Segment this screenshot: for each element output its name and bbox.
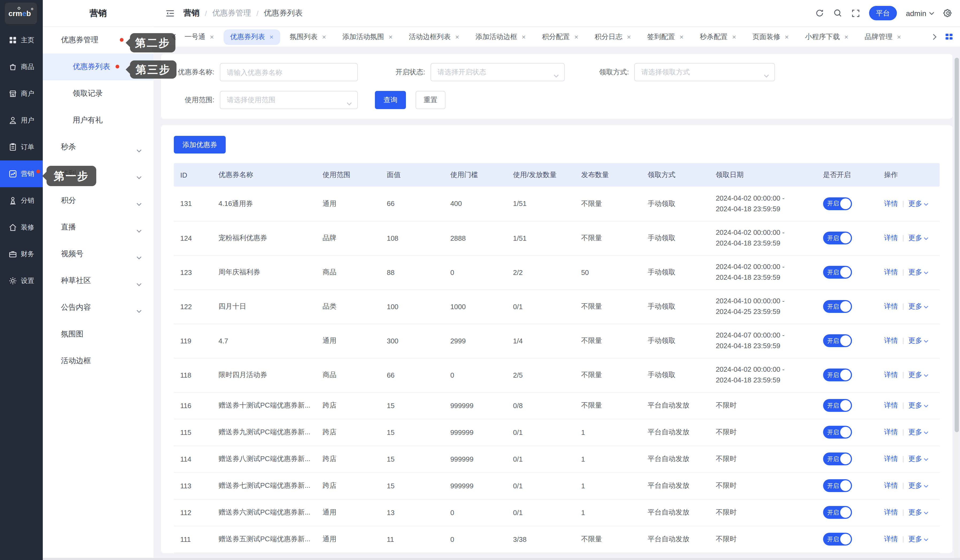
tab-close-icon[interactable]: ✕ — [388, 34, 393, 40]
enable-toggle[interactable]: 开启 — [823, 334, 852, 347]
submenu-atmosphere[interactable]: 氛围图 — [43, 321, 154, 348]
more-link[interactable]: 更多 — [909, 428, 922, 436]
breadcrumb-coupon-list[interactable]: 优惠券列表 — [264, 8, 303, 18]
detail-link[interactable]: 详情 — [884, 200, 898, 208]
enable-toggle[interactable]: 开启 — [823, 197, 852, 210]
tab[interactable]: 优惠券列表 ✕ — [224, 29, 280, 45]
sidebar-item-decoration[interactable]: 装修 — [0, 214, 43, 241]
sidebar-item-home[interactable]: 主页 — [0, 27, 43, 53]
tab[interactable]: 积分配置 ✕ — [536, 27, 585, 47]
status-select[interactable]: 请选择开启状态 — [430, 63, 565, 81]
tab[interactable]: 品牌管理 ✕ — [858, 27, 907, 47]
reset-button[interactable]: 重置 — [416, 91, 445, 109]
tab[interactable]: 积分日志 ✕ — [588, 27, 637, 47]
enable-toggle[interactable]: 开启 — [823, 368, 852, 381]
platform-badge[interactable]: 平台 — [869, 6, 897, 20]
submenu-seckill[interactable]: 秒杀 — [43, 134, 154, 160]
submenu-points[interactable]: 积分 — [43, 187, 154, 214]
more-link[interactable]: 更多 — [909, 268, 922, 276]
submenu-notice[interactable]: 公告内容 — [43, 294, 154, 321]
more-link[interactable]: 更多 — [909, 336, 922, 344]
sidebar-item-order[interactable]: 订单 — [0, 134, 43, 160]
tab-close-icon[interactable]: ✕ — [627, 34, 631, 40]
sidebar-collapse-icon[interactable] — [165, 10, 175, 17]
detail-link[interactable]: 详情 — [884, 371, 898, 379]
user-menu[interactable]: admin — [906, 9, 934, 18]
tab[interactable]: 秒杀配置 ✕ — [693, 27, 743, 47]
detail-link[interactable]: 详情 — [884, 336, 898, 344]
sidebar-item-goods[interactable]: 商品 — [0, 53, 43, 80]
detail-link[interactable]: 详情 — [884, 535, 898, 543]
enable-toggle[interactable]: 开启 — [823, 533, 852, 546]
tab-close-icon[interactable]: ✕ — [574, 34, 579, 40]
more-link[interactable]: 更多 — [909, 371, 922, 379]
tab-close-icon[interactable]: ✕ — [210, 34, 214, 40]
more-link[interactable]: 更多 — [909, 200, 922, 208]
more-link[interactable]: 更多 — [909, 482, 922, 490]
tab[interactable]: 氛围列表 ✕ — [283, 27, 333, 47]
enable-toggle[interactable]: 开启 — [823, 399, 852, 412]
more-link[interactable]: 更多 — [909, 454, 922, 462]
enable-toggle[interactable]: 开启 — [823, 479, 852, 492]
detail-link[interactable]: 详情 — [884, 234, 898, 242]
refresh-icon[interactable] — [815, 8, 824, 18]
detail-link[interactable]: 详情 — [884, 482, 898, 490]
tab[interactable]: 添加活动氛围 ✕ — [336, 27, 399, 47]
enable-toggle[interactable]: 开启 — [823, 453, 852, 465]
tab[interactable]: 签到配置 ✕ — [641, 27, 690, 47]
detail-link[interactable]: 详情 — [884, 428, 898, 436]
receive-method-select[interactable]: 请选择领取方式 — [634, 63, 775, 81]
tab-close-icon[interactable]: ✕ — [785, 34, 789, 40]
tab-close-icon[interactable]: ✕ — [844, 34, 849, 40]
breadcrumb-marketing[interactable]: 营销 — [184, 8, 200, 18]
more-link[interactable]: 更多 — [909, 302, 922, 310]
scrollbar-thumb[interactable] — [955, 58, 959, 432]
logo[interactable]: crmeb® — [5, 3, 37, 24]
sidebar-item-merchant[interactable]: 商户 — [0, 80, 43, 107]
tab-close-icon[interactable]: ✕ — [897, 34, 901, 40]
sidebar-item-distribution[interactable]: 分销 — [0, 187, 43, 214]
search-icon[interactable] — [833, 8, 842, 18]
tab-close-icon[interactable]: ✕ — [269, 34, 274, 40]
sidebar-item-user[interactable]: 用户 — [0, 107, 43, 134]
search-button[interactable]: 查询 — [375, 91, 406, 109]
more-link[interactable]: 更多 — [909, 401, 922, 409]
tab[interactable]: 添加活动边框 ✕ — [469, 27, 533, 47]
enable-toggle[interactable]: 开启 — [823, 300, 852, 313]
fullscreen-icon[interactable] — [851, 9, 860, 18]
tab[interactable]: 页面装修 ✕ — [746, 27, 795, 47]
tab-close-icon[interactable]: ✕ — [455, 34, 459, 40]
settings-gear-icon[interactable] — [943, 8, 952, 18]
detail-link[interactable]: 详情 — [884, 401, 898, 409]
tab-close-icon[interactable]: ✕ — [322, 34, 326, 40]
tab[interactable]: 活动边框列表 ✕ — [402, 27, 466, 47]
tab[interactable]: 一号通 ✕ — [178, 27, 221, 47]
submenu-video[interactable]: 视频号 — [43, 241, 154, 267]
detail-link[interactable]: 详情 — [884, 454, 898, 462]
use-scope-select[interactable]: 请选择使用范围 — [220, 91, 358, 109]
submenu-community[interactable]: 种草社区 — [43, 267, 154, 294]
tab-close-icon[interactable]: ✕ — [732, 34, 736, 40]
sidebar-item-finance[interactable]: 财务 — [0, 241, 43, 267]
enable-toggle[interactable]: 开启 — [823, 232, 852, 245]
enable-toggle[interactable]: 开启 — [823, 506, 852, 519]
vertical-scrollbar[interactable] — [955, 58, 959, 559]
enable-toggle[interactable]: 开启 — [823, 266, 852, 278]
coupon-name-input[interactable] — [220, 63, 358, 81]
sidebar-item-marketing[interactable]: 营销 — [0, 160, 43, 187]
tab[interactable]: 小程序下载 ✕ — [799, 27, 855, 47]
tab-close-icon[interactable]: ✕ — [522, 34, 526, 40]
detail-link[interactable]: 详情 — [884, 508, 898, 516]
more-link[interactable]: 更多 — [909, 508, 922, 516]
detail-link[interactable]: 详情 — [884, 268, 898, 276]
tab-options-grid-icon[interactable] — [946, 34, 956, 40]
detail-link[interactable]: 详情 — [884, 302, 898, 310]
more-link[interactable]: 更多 — [909, 535, 922, 543]
submenu-user-gift[interactable]: 用户有礼 — [43, 107, 154, 134]
sidebar-item-settings[interactable]: 设置 — [0, 267, 43, 294]
enable-toggle[interactable]: 开启 — [823, 426, 852, 438]
breadcrumb-coupon-management[interactable]: 优惠券管理 — [212, 8, 251, 18]
tab-close-icon[interactable]: ✕ — [679, 34, 684, 40]
submenu-live[interactable]: 直播 — [43, 214, 154, 241]
add-coupon-button[interactable]: 添加优惠券 — [174, 136, 226, 154]
